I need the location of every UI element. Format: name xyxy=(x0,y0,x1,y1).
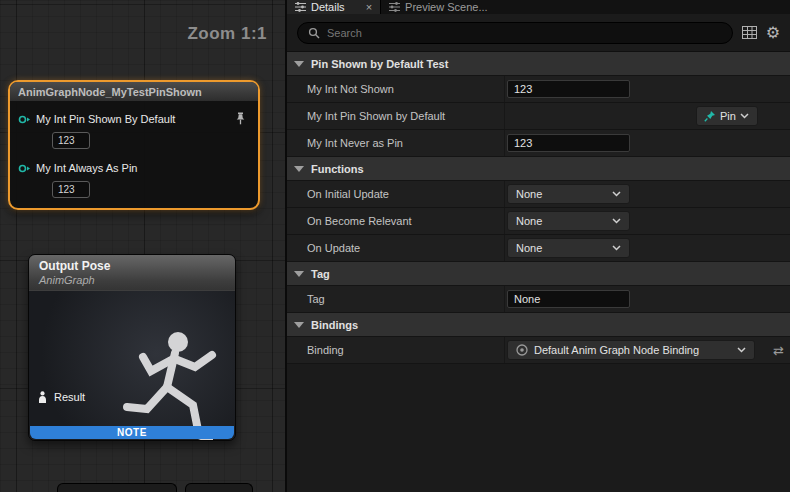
dropdown-value: Pin xyxy=(720,110,736,122)
details-icon xyxy=(295,2,306,12)
section-pin-shown-by-default-test: Pin Shown by Default Test My Int Not Sho… xyxy=(287,52,790,157)
node-comment-bubble[interactable]: NOTE xyxy=(30,426,234,439)
unreal-editor-window: Zoom 1:1 AnimGraphNode_MyTestPinShown My… xyxy=(0,0,790,492)
result-pin-label: Result xyxy=(54,391,85,403)
property-row: My Int Not Shown xyxy=(287,76,790,103)
property-label: My Int Pin Shown by Default xyxy=(287,103,504,129)
pin-icon xyxy=(704,110,716,122)
chevron-down-icon xyxy=(737,347,746,353)
property-row: On Become Relevant None xyxy=(287,208,790,235)
property-label: Binding xyxy=(287,337,504,363)
pose-pin-icon[interactable] xyxy=(37,391,48,403)
chevron-down-icon xyxy=(294,322,304,328)
section-functions: Functions On Initial Update None On Beco… xyxy=(287,157,790,262)
category-header[interactable]: Bindings xyxy=(287,313,790,337)
preview-scene-icon xyxy=(389,2,400,12)
on-initial-update-dropdown[interactable]: None xyxy=(507,184,630,204)
node-subtitle: AnimGraph xyxy=(39,274,225,286)
on-update-dropdown[interactable]: None xyxy=(507,238,630,258)
output-pose-node[interactable]: Output Pose AnimGraph xyxy=(28,254,236,441)
display-settings-icon[interactable] xyxy=(742,26,757,39)
property-row: Tag xyxy=(287,286,790,313)
category-title: Tag xyxy=(311,268,330,280)
binding-icon xyxy=(516,344,528,356)
property-label: On Become Relevant xyxy=(287,208,504,234)
pin-value-input[interactable] xyxy=(52,181,90,198)
partial-node[interactable] xyxy=(57,483,177,492)
result-pin[interactable]: Result xyxy=(37,391,85,403)
pin-label: My Int Always As Pin xyxy=(36,162,137,174)
node-title: Output Pose xyxy=(39,259,225,273)
my-int-never-as-pin-input[interactable] xyxy=(507,134,630,152)
tab-bar: Details × Preview Scene... xyxy=(287,0,790,14)
node-preview-image: Result NOTE xyxy=(29,291,235,440)
zoom-level: Zoom 1:1 xyxy=(187,24,267,44)
category-title: Pin Shown by Default Test xyxy=(311,58,448,70)
output-pose-header[interactable]: Output Pose AnimGraph xyxy=(29,255,235,291)
pin-value-input[interactable] xyxy=(52,132,90,149)
property-row: Binding Default Anim Graph Node Binding … xyxy=(287,337,790,364)
pin-label: My Int Pin Shown By Default xyxy=(36,113,175,125)
chevron-down-icon xyxy=(740,113,749,119)
property-label: My Int Never as Pin xyxy=(287,130,504,156)
node-title[interactable]: AnimGraphNode_MyTestPinShown xyxy=(10,82,258,102)
details-panel: Details × Preview Scene... ⚙ xyxy=(285,0,790,492)
close-icon[interactable]: × xyxy=(366,2,372,13)
category-header[interactable]: Functions xyxy=(287,157,790,181)
tab-label: Preview Scene... xyxy=(405,1,488,13)
tag-input[interactable] xyxy=(507,290,630,308)
chevron-down-icon xyxy=(294,166,304,172)
section-bindings: Bindings Binding Default Anim Graph Node… xyxy=(287,313,790,364)
property-label: My Int Not Shown xyxy=(287,76,504,102)
dropdown-value: Default Anim Graph Node Binding xyxy=(534,344,731,356)
property-row: My Int Pin Shown by Default Pin xyxy=(287,103,790,130)
tab-preview-scene[interactable]: Preview Scene... xyxy=(381,0,496,14)
category-header[interactable]: Pin Shown by Default Test xyxy=(287,52,790,76)
tab-label: Details xyxy=(311,1,345,13)
binding-dropdown[interactable]: Default Anim Graph Node Binding xyxy=(507,340,755,360)
chevron-down-icon xyxy=(612,245,621,251)
property-label: On Update xyxy=(287,235,504,261)
property-label: Tag xyxy=(287,286,504,312)
int-pin-icon[interactable] xyxy=(18,114,30,125)
pin-visibility-dropdown[interactable]: Pin xyxy=(696,106,758,126)
category-title: Functions xyxy=(311,163,364,175)
search-input[interactable] xyxy=(327,27,722,39)
my-int-not-shown-input[interactable] xyxy=(507,80,630,98)
anim-graph-node[interactable]: AnimGraphNode_MyTestPinShown My Int Pin … xyxy=(8,80,260,210)
property-row: On Initial Update None xyxy=(287,181,790,208)
dropdown-value: None xyxy=(516,242,542,254)
dropdown-value: None xyxy=(516,215,542,227)
category-title: Bindings xyxy=(311,319,358,331)
search-icon xyxy=(308,27,320,39)
category-header[interactable]: Tag xyxy=(287,262,790,286)
on-become-relevant-dropdown[interactable]: None xyxy=(507,211,630,231)
property-row: My Int Never as Pin xyxy=(287,130,790,157)
property-row: On Update None xyxy=(287,235,790,262)
gear-icon[interactable]: ⚙ xyxy=(766,25,780,41)
reset-to-default-icon[interactable]: ⇄ xyxy=(773,344,784,357)
section-tag: Tag Tag xyxy=(287,262,790,313)
graph-canvas[interactable]: Zoom 1:1 AnimGraphNode_MyTestPinShown My… xyxy=(0,0,285,492)
search-row: ⚙ xyxy=(287,14,790,52)
int-pin-icon[interactable] xyxy=(18,163,30,174)
partial-node[interactable] xyxy=(185,483,253,492)
chevron-down-icon xyxy=(294,271,304,277)
chevron-down-icon xyxy=(612,218,621,224)
chevron-down-icon xyxy=(294,61,304,67)
tab-details[interactable]: Details × xyxy=(287,0,380,14)
search-box[interactable] xyxy=(297,22,733,44)
dropdown-value: None xyxy=(516,188,542,200)
pushpin-icon[interactable] xyxy=(235,112,246,125)
chevron-down-icon xyxy=(612,191,621,197)
property-label: On Initial Update xyxy=(287,181,504,207)
mannequin-figure xyxy=(119,321,231,441)
